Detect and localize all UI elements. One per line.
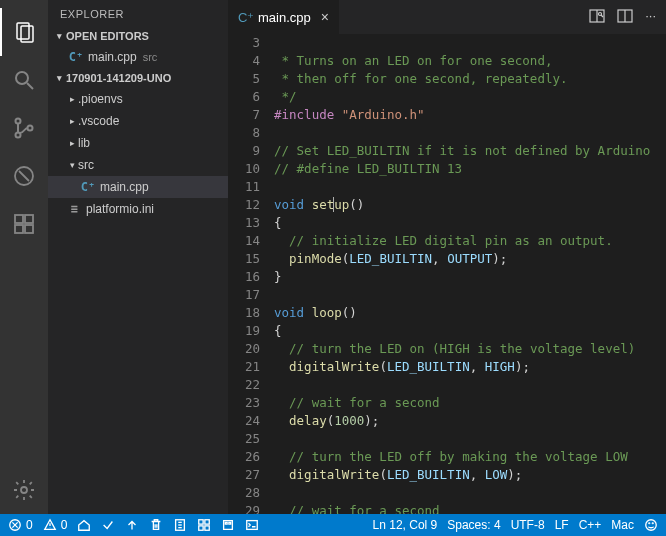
line-number: 12 xyxy=(228,196,260,214)
status-errors[interactable]: 0 xyxy=(8,518,33,532)
svg-rect-32 xyxy=(205,526,209,530)
split-preview-icon[interactable] xyxy=(589,8,605,27)
svg-rect-31 xyxy=(199,526,203,530)
cpp-file-icon: C⁺ xyxy=(238,10,252,25)
line-number: 18 xyxy=(228,304,260,322)
ini-file-icon: ≡ xyxy=(66,202,82,216)
code-line[interactable]: // turn the LED off by making the voltag… xyxy=(274,448,666,466)
code-line[interactable]: // Set LED_BUILTIN if it is not defined … xyxy=(274,142,666,160)
svg-line-8 xyxy=(19,171,29,181)
status-cursor[interactable]: Ln 12, Col 9 xyxy=(373,518,438,532)
folder-item[interactable]: ▾src xyxy=(48,154,228,176)
pio-upload-icon[interactable] xyxy=(125,518,139,532)
tab-main-cpp[interactable]: C⁺ main.cpp × xyxy=(228,0,339,34)
code-editor[interactable]: 3456789101112131415161718192021222324252… xyxy=(228,34,666,514)
line-number: 6 xyxy=(228,88,260,106)
status-encoding[interactable]: UTF-8 xyxy=(511,518,545,532)
svg-line-3 xyxy=(27,83,33,89)
code-line[interactable]: pinMode(LED_BUILTIN, OUTPUT); xyxy=(274,250,666,268)
svg-point-6 xyxy=(28,126,33,131)
line-number: 9 xyxy=(228,142,260,160)
folder-item[interactable]: ▸.vscode xyxy=(48,110,228,132)
chevron-right-icon: ▸ xyxy=(66,138,78,148)
status-os[interactable]: Mac xyxy=(611,518,634,532)
open-editors-header[interactable]: ▾OPEN EDITORS xyxy=(48,28,228,44)
extensions-icon[interactable] xyxy=(0,200,48,248)
pio-build-icon[interactable] xyxy=(101,518,115,532)
project-name-label: 170901-141209-UNO xyxy=(66,72,171,84)
project-header[interactable]: ▾170901-141209-UNO xyxy=(48,70,228,86)
code-line[interactable] xyxy=(274,178,666,196)
folder-name: src xyxy=(78,158,94,172)
settings-gear-icon[interactable] xyxy=(0,466,48,514)
line-number: 11 xyxy=(228,178,260,196)
file-dir: src xyxy=(143,51,158,63)
code-line[interactable] xyxy=(274,376,666,394)
tab-bar: C⁺ main.cpp × ··· xyxy=(228,0,666,34)
code-line[interactable]: { xyxy=(274,322,666,340)
code-line[interactable] xyxy=(274,124,666,142)
code-line[interactable]: #include "Arduino.h" xyxy=(274,106,666,124)
code-line[interactable] xyxy=(274,286,666,304)
line-number: 13 xyxy=(228,214,260,232)
split-editor-icon[interactable] xyxy=(617,8,633,27)
code-line[interactable] xyxy=(274,34,666,52)
pio-serial-icon[interactable] xyxy=(221,518,235,532)
line-number: 25 xyxy=(228,430,260,448)
feedback-icon[interactable] xyxy=(644,518,658,532)
file-item[interactable]: ≡platformio.ini xyxy=(48,198,228,220)
code-line[interactable]: // turn the LED on (HIGH is the voltage … xyxy=(274,340,666,358)
code-line[interactable]: // #define LED_BUILTIN 13 xyxy=(274,160,666,178)
code-line[interactable]: * Turns on an LED on for one second, xyxy=(274,52,666,70)
code-line[interactable] xyxy=(274,484,666,502)
status-eol[interactable]: LF xyxy=(555,518,569,532)
code-line[interactable]: } xyxy=(274,268,666,286)
code-line[interactable]: * then off for one second, repeatedly. xyxy=(274,70,666,88)
code-line[interactable]: // initialize LED digital pin as an outp… xyxy=(274,232,666,250)
open-editors-label: OPEN EDITORS xyxy=(66,30,149,42)
line-number: 27 xyxy=(228,466,260,484)
file-item[interactable]: C⁺main.cpp xyxy=(48,176,228,198)
code-line[interactable]: // wait for a second xyxy=(274,502,666,514)
svg-point-13 xyxy=(21,487,27,493)
debug-icon[interactable] xyxy=(0,152,48,200)
pio-clean-icon[interactable] xyxy=(149,518,163,532)
close-icon[interactable]: × xyxy=(321,9,329,25)
search-icon[interactable] xyxy=(0,56,48,104)
svg-rect-10 xyxy=(15,225,23,233)
status-spaces[interactable]: Spaces: 4 xyxy=(447,518,500,532)
more-icon[interactable]: ··· xyxy=(645,8,656,27)
code-line[interactable]: { xyxy=(274,214,666,232)
line-number: 20 xyxy=(228,340,260,358)
code-line[interactable]: void loop() xyxy=(274,304,666,322)
folder-item[interactable]: ▸lib xyxy=(48,132,228,154)
line-number: 16 xyxy=(228,268,260,286)
code-line[interactable]: digitalWrite(LED_BUILTIN, HIGH); xyxy=(274,358,666,376)
status-warnings[interactable]: 0 xyxy=(43,518,68,532)
pio-test-icon[interactable] xyxy=(173,518,187,532)
chevron-down-icon: ▾ xyxy=(66,160,78,170)
pio-home-icon[interactable] xyxy=(77,518,91,532)
explorer-icon[interactable] xyxy=(0,8,48,56)
code-line[interactable]: // wait for a second xyxy=(274,394,666,412)
code-line[interactable]: */ xyxy=(274,88,666,106)
source-control-icon[interactable] xyxy=(0,104,48,152)
open-editor-item[interactable]: C⁺main.cppsrc xyxy=(48,46,228,68)
folder-item[interactable]: ▸.pioenvs xyxy=(48,88,228,110)
line-number: 14 xyxy=(228,232,260,250)
code-line[interactable]: digitalWrite(LED_BUILTIN, LOW); xyxy=(274,466,666,484)
status-lang[interactable]: C++ xyxy=(579,518,602,532)
cpp-file-icon: C⁺ xyxy=(80,180,96,194)
pio-tasks-icon[interactable] xyxy=(197,518,211,532)
pio-terminal-icon[interactable] xyxy=(245,518,259,532)
sidebar: EXPLORER ▾OPEN EDITORS C⁺main.cppsrc ▾17… xyxy=(48,0,228,514)
code-line[interactable]: void setup() xyxy=(274,196,666,214)
svg-rect-11 xyxy=(25,225,33,233)
chevron-down-icon: ▾ xyxy=(54,31,64,41)
code-line[interactable]: delay(1000); xyxy=(274,412,666,430)
svg-rect-29 xyxy=(199,520,203,524)
svg-rect-33 xyxy=(247,521,258,530)
code-line[interactable] xyxy=(274,430,666,448)
code-content[interactable]: * Turns on an LED on for one second, * t… xyxy=(274,34,666,514)
line-number: 19 xyxy=(228,322,260,340)
